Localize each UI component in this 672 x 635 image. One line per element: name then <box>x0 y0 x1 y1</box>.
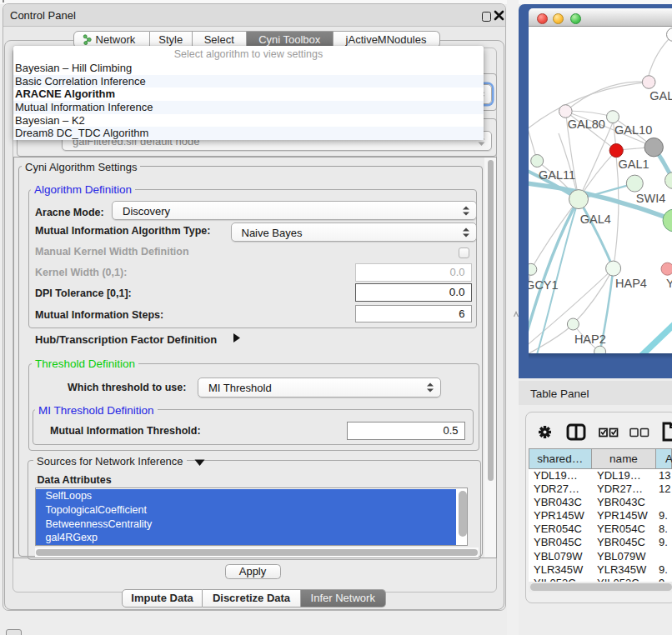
svg-text:GAL80: GAL80 <box>567 117 604 130</box>
svg-text:GAL1: GAL1 <box>618 158 649 171</box>
svg-text:GAL4: GAL4 <box>579 212 610 225</box>
svg-text:SWI4: SWI4 <box>635 192 664 205</box>
svg-text:GAL10: GAL10 <box>614 123 652 137</box>
svg-text:YDR: YDR <box>666 277 672 290</box>
svg-text:GAL7: GAL7 <box>649 88 672 102</box>
svg-text:GAL11: GAL11 <box>539 168 575 182</box>
svg-text:HAP2: HAP2 <box>574 332 605 345</box>
svg-text:HAP4: HAP4 <box>615 277 647 290</box>
svg-text:GCY1: GCY1 <box>529 278 559 291</box>
